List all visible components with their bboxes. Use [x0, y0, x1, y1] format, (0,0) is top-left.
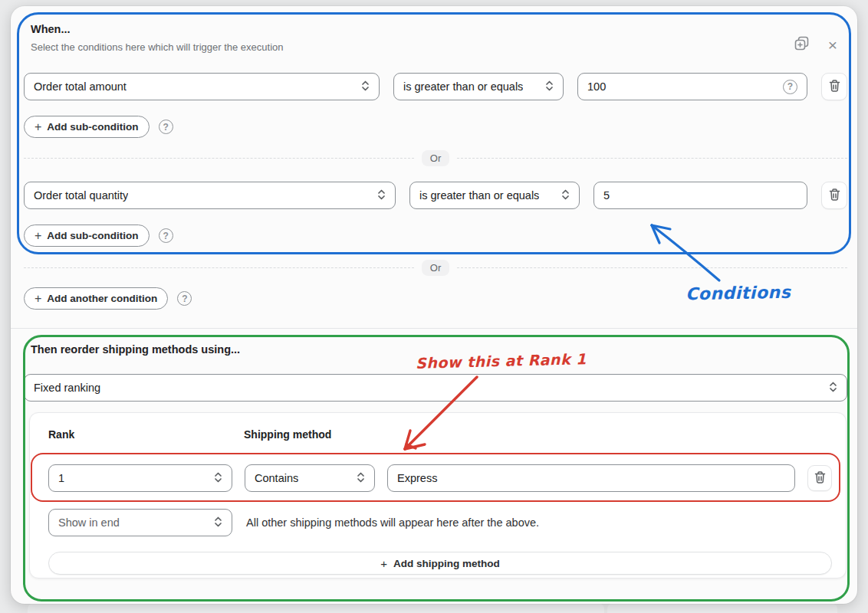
when-section-subtitle: Select the conditions here which will tr…: [31, 41, 284, 53]
delete-rank-row-button[interactable]: [807, 465, 832, 491]
updown-chevron-icon: [561, 188, 570, 203]
add-shipping-method-label: Add shipping method: [393, 558, 500, 569]
updown-chevron-icon: [829, 381, 837, 395]
then-section-title: Then reorder shipping methods using...: [31, 343, 240, 356]
delete-condition-button[interactable]: [821, 182, 847, 209]
dashed-line: [457, 158, 847, 159]
add-another-condition-row: + Add another condition ?: [24, 287, 192, 310]
conditions-annotation-label: Conditions: [686, 283, 791, 303]
match-type-value: Contains: [255, 472, 298, 484]
value-help-icon[interactable]: ?: [783, 80, 797, 94]
add-shipping-method-button[interactable]: + Add shipping method: [48, 552, 832, 575]
table-row: Show in end All other shipping methods w…: [48, 509, 832, 536]
condition-field-value: Order total quantity: [34, 189, 128, 202]
help-icon[interactable]: ?: [159, 228, 173, 243]
duplicate-icon: [794, 35, 810, 54]
table-row: 1 Contains: [48, 464, 832, 492]
panel-header-actions: ×: [794, 35, 837, 54]
rank-column-header: Rank: [48, 428, 74, 441]
dashed-line: [24, 158, 414, 159]
condition-operator-select[interactable]: is greater than or equals: [393, 73, 564, 100]
or-badge: Or: [422, 150, 449, 166]
rank-select[interactable]: 1: [48, 464, 232, 492]
dashed-line: [24, 267, 414, 268]
rank1-annotation-label: Show this at Rank 1: [416, 350, 587, 372]
updown-chevron-icon: [361, 80, 370, 94]
shipping-method-field[interactable]: [397, 472, 785, 484]
condition-field-select[interactable]: Order total quantity: [24, 182, 396, 209]
updown-chevron-icon: [214, 516, 222, 530]
shipping-method-input[interactable]: [387, 464, 795, 492]
add-sub-condition-button[interactable]: + Add sub-condition: [24, 225, 150, 247]
condition-row: Order total quantity is greater than or …: [24, 182, 847, 209]
add-sub-condition-row: + Add sub-condition ?: [24, 225, 173, 247]
ranking-strategy-select[interactable]: Fixed ranking: [24, 374, 847, 402]
ranking-card: Rank Shipping method 1 Contains: [29, 412, 847, 579]
trash-icon: [828, 79, 841, 95]
shipping-method-column-header: Shipping method: [244, 428, 331, 441]
or-divider: Or: [24, 149, 847, 167]
delete-condition-button[interactable]: [821, 73, 847, 100]
add-sub-condition-row: + Add sub-condition ?: [24, 116, 173, 138]
dashed-line: [457, 267, 847, 268]
plus-icon: +: [380, 557, 387, 570]
when-section-title: When...: [31, 23, 71, 35]
add-sub-condition-label: Add sub-condition: [47, 121, 138, 133]
add-another-condition-button[interactable]: + Add another condition: [24, 287, 168, 310]
duplicate-button[interactable]: [794, 35, 810, 54]
help-icon[interactable]: ?: [159, 120, 173, 134]
close-button[interactable]: ×: [828, 37, 837, 53]
condition-operator-value: is greater than or equals: [403, 80, 523, 93]
rank-value: 1: [58, 472, 64, 484]
updown-chevron-icon: [357, 471, 365, 486]
match-type-select[interactable]: Contains: [245, 464, 375, 492]
condition-row: Order total amount is greater than or eq…: [24, 73, 847, 100]
plus-icon: +: [35, 120, 41, 134]
background-card-right: [607, 603, 837, 613]
condition-value-input[interactable]: [593, 182, 807, 209]
or-divider: Or: [24, 258, 847, 277]
end-row-note: All other shipping methods will appear h…: [245, 516, 539, 529]
condition-value-input[interactable]: ?: [577, 73, 807, 100]
updown-chevron-icon: [545, 80, 554, 94]
condition-operator-value: is greater than or equals: [419, 189, 539, 202]
add-another-condition-label: Add another condition: [47, 293, 157, 304]
condition-field-value: Order total amount: [34, 80, 127, 93]
plus-icon: +: [35, 229, 41, 243]
condition-value-field[interactable]: [587, 80, 783, 93]
trash-icon: [814, 470, 827, 487]
show-in-end-value: Show in end: [58, 516, 120, 529]
updown-chevron-icon: [377, 188, 386, 203]
ranking-strategy-value: Fixed ranking: [34, 382, 100, 394]
condition-field-select[interactable]: Order total amount: [24, 73, 380, 100]
add-sub-condition-button[interactable]: + Add sub-condition: [24, 116, 150, 138]
or-badge: Or: [422, 260, 449, 276]
condition-value-field[interactable]: [603, 189, 797, 202]
background-card-left: [28, 603, 604, 613]
condition-operator-select[interactable]: is greater than or equals: [409, 182, 580, 209]
rule-editor-panel: × When... Select the conditions here whi…: [11, 6, 857, 604]
section-divider: [11, 328, 857, 329]
plus-icon: +: [35, 292, 41, 306]
help-icon[interactable]: ?: [177, 291, 192, 306]
add-sub-condition-label: Add sub-condition: [47, 230, 138, 241]
show-in-end-select[interactable]: Show in end: [48, 509, 232, 536]
trash-icon: [828, 188, 841, 204]
updown-chevron-icon: [214, 471, 222, 486]
close-icon: ×: [828, 37, 837, 53]
